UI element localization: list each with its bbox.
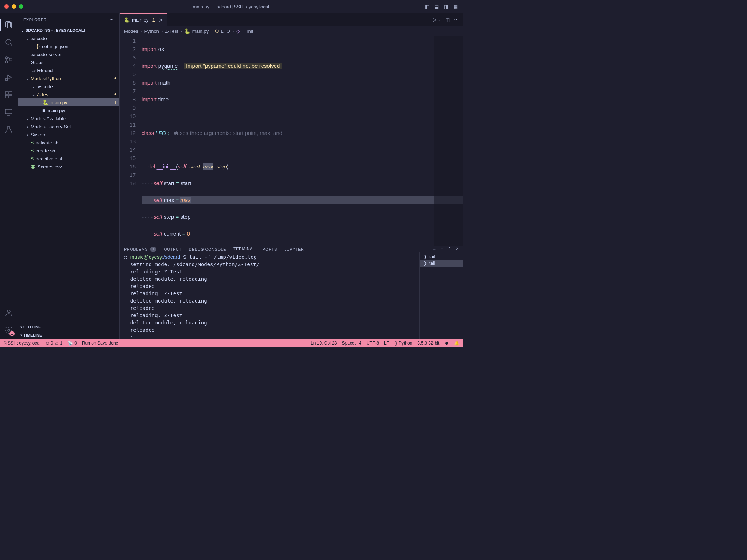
run-icon[interactable]: ▷ ⌄: [433, 17, 441, 22]
tree-folder-modes-factory[interactable]: ›Modes-Factory-Set: [18, 122, 119, 131]
layout-sidebar-left-icon[interactable]: ◧: [424, 3, 430, 10]
terminal-list: ❯tail ❯tail: [419, 252, 463, 339]
status-problems[interactable]: ⊘0 ⚠1: [46, 341, 62, 346]
svg-point-5: [5, 61, 8, 63]
maximize-window-button[interactable]: [19, 4, 23, 9]
sidebar-outline-section[interactable]: ›OUTLINE: [18, 323, 119, 331]
tree-folder-ztest[interactable]: ⌄Z-Test•: [18, 90, 119, 98]
tree-folder-vscode[interactable]: ⌄.vscode: [18, 34, 119, 42]
tree-folder-grabs[interactable]: ›Grabs: [18, 58, 119, 66]
tree-folder-modes-available[interactable]: ›Modes-Available: [18, 114, 119, 122]
activity-remote-explorer[interactable]: [0, 104, 18, 121]
new-terminal-icon[interactable]: ＋: [432, 246, 436, 252]
status-remote[interactable]: ⎘SSH: eyesy.local: [4, 341, 40, 346]
terminal-list-item[interactable]: ❯tail: [420, 253, 463, 260]
status-encoding[interactable]: UTF-8: [367, 341, 379, 346]
tree-file-create-sh[interactable]: $create.sh: [18, 147, 119, 155]
activity-explorer[interactable]: [0, 16, 18, 34]
shell-icon: $: [31, 140, 34, 145]
sidebar-timeline-section[interactable]: ›TIMELINE: [18, 331, 119, 339]
tree-folder-vscode-server[interactable]: ›.vscode-server: [18, 50, 119, 58]
tab-close-icon[interactable]: ✕: [159, 17, 163, 23]
status-notifications-icon[interactable]: 🔔: [454, 341, 460, 346]
svg-rect-12: [9, 95, 12, 98]
panel-tab-bar: PROBLEMS1 OUTPUT DEBUG CONSOLE TERMINAL …: [120, 246, 463, 252]
status-python-version[interactable]: 3.5.3 32-bit: [417, 341, 439, 346]
panel-tab-terminal[interactable]: TERMINAL: [233, 246, 255, 252]
terminal-icon: ❯: [423, 261, 427, 266]
csv-icon: ▦: [31, 164, 35, 170]
titlebar-layout-controls: ◧ ⬓ ◨ ▦: [424, 3, 459, 10]
sidebar-title: EXPLORER: [23, 18, 47, 22]
activity-source-control[interactable]: [0, 51, 18, 69]
sidebar-actions-icon[interactable]: ⋯: [109, 18, 114, 22]
svg-point-17: [8, 329, 10, 331]
activity-run-debug[interactable]: [0, 69, 18, 86]
terminal-icon: ❯: [423, 254, 427, 259]
sidebar-header: EXPLORER ⋯: [18, 13, 119, 26]
layout-panel-icon[interactable]: ⬓: [433, 3, 440, 10]
tree-folder-modes-python[interactable]: ⌄Modes / Python•: [18, 74, 119, 82]
sidebar-explorer: EXPLORER ⋯ ⌄ SDCARD [SSH: EYESY.LOCAL] ⌄…: [18, 13, 120, 339]
sidebar-root-folder[interactable]: ⌄ SDCARD [SSH: EYESY.LOCAL]: [18, 26, 119, 34]
layout-customize-icon[interactable]: ▦: [452, 3, 459, 10]
minimize-window-button[interactable]: [12, 4, 16, 9]
status-language[interactable]: {}Python: [394, 341, 412, 346]
python-icon: 🐍: [42, 100, 49, 105]
status-indent[interactable]: Spaces: 4: [342, 341, 361, 346]
status-run-on-save[interactable]: Run on Save done.: [82, 341, 120, 346]
tree-file-settings-json[interactable]: {}settings.json: [18, 42, 119, 50]
activity-accounts[interactable]: [0, 304, 18, 322]
status-cursor-position[interactable]: Ln 10, Col 23: [311, 341, 337, 346]
more-actions-icon[interactable]: ⋯: [454, 17, 459, 22]
panel-tab-output[interactable]: OUTPUT: [164, 247, 181, 252]
window-controls: [4, 4, 23, 9]
terminal-dropdown-icon[interactable]: ⌄: [441, 246, 444, 252]
close-window-button[interactable]: [4, 4, 9, 9]
activity-bar: 1: [0, 13, 18, 339]
editor-tab-main-py[interactable]: 🐍 main.py 1 ✕: [120, 13, 167, 26]
sidebar-root-label: SDCARD [SSH: EYESY.LOCAL]: [26, 28, 85, 32]
breadcrumb[interactable]: Modes› Python› Z-Test› 🐍main.py› ⬡LFO› ◇…: [120, 26, 463, 36]
tree-file-main-pyc[interactable]: ≡main.pyc: [18, 106, 119, 114]
tree-file-main-py[interactable]: 🐍main.py1: [18, 98, 119, 106]
split-editor-icon[interactable]: ◫: [445, 17, 450, 22]
tree-folder-modes-vscode[interactable]: ›.vscode: [18, 82, 119, 90]
file-tree: ⌄.vscode {}settings.json ›.vscode-server…: [18, 34, 119, 171]
minimap[interactable]: [434, 36, 463, 246]
activity-settings[interactable]: 1: [0, 322, 18, 339]
shell-icon: $: [31, 148, 34, 153]
tree-folder-lost-found[interactable]: ›lost+found: [18, 66, 119, 74]
editor-tab-bar: 🐍 main.py 1 ✕ ▷ ⌄ ◫ ⋯: [120, 13, 463, 26]
status-eol[interactable]: LF: [384, 341, 389, 346]
panel-tab-debug-console[interactable]: DEBUG CONSOLE: [189, 247, 226, 252]
warning-icon: ⚠: [55, 341, 59, 346]
line-gutter: 123456789101112131415161718: [120, 36, 142, 246]
svg-point-8: [5, 78, 8, 81]
code-content[interactable]: import os import pygame Import "pygame" …: [142, 36, 463, 246]
tree-file-deactivate-sh[interactable]: $deactivate.sh: [18, 155, 119, 163]
layout-sidebar-right-icon[interactable]: ◨: [443, 3, 449, 10]
status-ports[interactable]: 📡0: [67, 341, 77, 346]
tree-file-scenes-csv[interactable]: ▦Scenes.csv: [18, 163, 119, 171]
code-editor[interactable]: 123456789101112131415161718 import os im…: [120, 36, 463, 246]
python-icon: 🐍: [124, 17, 130, 23]
activity-extensions[interactable]: [0, 86, 18, 104]
svg-point-6: [10, 59, 12, 61]
tree-file-activate-sh[interactable]: $activate.sh: [18, 139, 119, 147]
status-feedback-icon[interactable]: ☻: [444, 341, 449, 346]
panel-tab-problems[interactable]: PROBLEMS1: [124, 247, 156, 252]
tree-folder-system[interactable]: ›System: [18, 131, 119, 139]
activity-search[interactable]: [0, 34, 18, 51]
terminal-output[interactable]: ○ music@eyesy:/sdcard $ tail -f /tmp/vid…: [120, 252, 419, 339]
inline-diagnostic: Import "pygame" could not be resolved: [184, 63, 282, 69]
panel-close-icon[interactable]: ✕: [456, 246, 459, 252]
panel-tab-ports[interactable]: PORTS: [263, 247, 277, 252]
terminal-list-item[interactable]: ❯tail: [420, 260, 463, 267]
panel-tab-jupyter[interactable]: JUPYTER: [285, 247, 304, 252]
svg-point-16: [7, 310, 10, 313]
tab-modified-badge: 1: [152, 17, 155, 23]
svg-marker-7: [8, 75, 11, 79]
activity-testing[interactable]: [0, 121, 18, 139]
panel-maximize-icon[interactable]: ⌃: [448, 246, 451, 252]
